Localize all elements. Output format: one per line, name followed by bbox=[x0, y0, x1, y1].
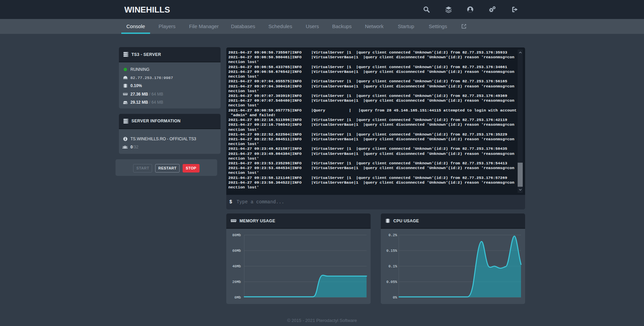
svg-text:40Mb: 40Mb bbox=[232, 264, 241, 268]
svg-text:60Mb: 60Mb bbox=[232, 249, 241, 253]
svg-text:0.2%: 0.2% bbox=[389, 233, 397, 237]
svg-text:0.1%: 0.1% bbox=[389, 264, 397, 268]
svg-text:0%: 0% bbox=[393, 296, 397, 300]
svg-text:20Mb: 20Mb bbox=[232, 280, 241, 284]
svg-text:0.15%: 0.15% bbox=[386, 249, 397, 253]
svg-text:80Mb: 80Mb bbox=[232, 233, 241, 237]
svg-text:0.05%: 0.05% bbox=[386, 280, 397, 284]
svg-text:0Mb: 0Mb bbox=[234, 296, 241, 300]
